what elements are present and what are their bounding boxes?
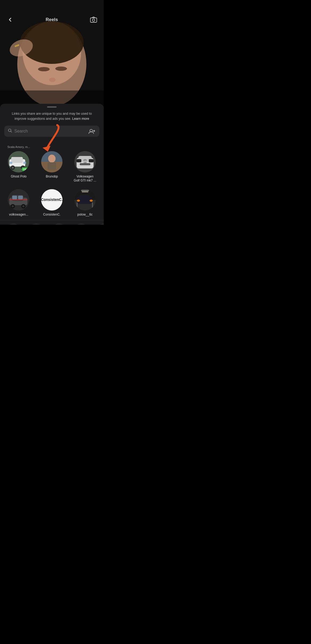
- contact-avatar-volkswagen: [8, 189, 29, 210]
- threads-icon: [96, 224, 104, 225]
- search-container: [4, 126, 99, 137]
- time-badge-ghost-polo: 13m: [21, 167, 29, 171]
- learn-more-link[interactable]: Learn more: [72, 117, 89, 121]
- share-bottom-sheet: Links you share are unique to you and ma…: [0, 104, 104, 225]
- svg-rect-56: [92, 203, 93, 210]
- svg-rect-52: [79, 195, 89, 200]
- contact-vw-gti[interactable]: GTI VolkswagenGolf GTI mk7 ...: [68, 148, 102, 187]
- contact-avatar-ghost-polo: 13m: [8, 151, 29, 172]
- share-add-to-story[interactable]: Add to story: [2, 224, 25, 225]
- svg-point-9: [49, 78, 56, 82]
- contact-avatar-vw-gti: GTI: [74, 151, 96, 172]
- back-button[interactable]: [5, 15, 15, 24]
- contact-name-brunobp: Brunobp: [46, 175, 58, 178]
- svg-rect-45: [12, 196, 17, 199]
- search-input[interactable]: [14, 129, 86, 134]
- search-icon: [8, 129, 12, 134]
- handle-bar: [47, 106, 57, 108]
- partial-name-1: Scala Amory, m...: [7, 145, 30, 148]
- share-threads[interactable]: Threa...: [93, 224, 104, 225]
- contact-brunobp[interactable]: Brunobp: [35, 148, 69, 187]
- contact-name-polow6c: polow__6c: [77, 213, 93, 216]
- partial-contacts-row: Scala Amory, m...: [0, 141, 104, 148]
- svg-rect-55: [77, 203, 78, 210]
- contact-polow6c[interactable]: polow__6c: [68, 187, 102, 220]
- search-bar: [4, 126, 99, 137]
- share-to-icon: [51, 224, 66, 225]
- sheet-handle: [0, 104, 104, 109]
- svg-point-12: [93, 19, 95, 21]
- contact-avatar-brunobp: [41, 151, 62, 172]
- svg-point-8: [55, 67, 67, 71]
- svg-rect-28: [48, 162, 56, 170]
- svg-point-41: [12, 205, 14, 207]
- svg-rect-32: [77, 159, 81, 162]
- svg-point-7: [38, 67, 50, 71]
- svg-rect-46: [18, 196, 23, 199]
- svg-rect-23: [23, 162, 26, 164]
- svg-text:GTI: GTI: [83, 160, 87, 163]
- share-share-to[interactable]: Share to...: [47, 224, 70, 225]
- contact-avatar-polow6c: [74, 189, 96, 210]
- contact-name-volkswagen: volkswagen...: [9, 213, 28, 216]
- add-contact-button[interactable]: [88, 128, 96, 134]
- contact-avatar-consistenc: ConsistenC.: [41, 189, 62, 210]
- share-whatsapp[interactable]: WhatsApp: [70, 224, 93, 225]
- contact-name-ghost-polo: Ghost Polo: [11, 175, 27, 178]
- partial-item-1: Scala Amory, m...: [2, 145, 35, 148]
- contact-consistenc[interactable]: ConsistenC. ConsistenC.: [35, 187, 69, 220]
- svg-point-19: [12, 167, 14, 169]
- svg-rect-33: [89, 159, 94, 162]
- top-navigation: Reels: [0, 0, 104, 28]
- svg-point-43: [22, 205, 24, 207]
- page-title: Reels: [46, 17, 58, 22]
- share-actions-row: Add to story Copy link Sha: [0, 220, 104, 225]
- svg-rect-44: [9, 199, 27, 200]
- info-text: Links you share are unique to you and ma…: [0, 109, 104, 126]
- svg-rect-11: [90, 18, 97, 22]
- contact-volkswagen[interactable]: volkswagen...: [2, 187, 35, 220]
- contact-name-vw-gti: VolkswagenGolf GTI mk7 ...: [74, 175, 96, 183]
- add-story-icon: [6, 224, 21, 225]
- share-copy-link[interactable]: Copy link: [25, 224, 47, 225]
- copy-link-icon: [28, 224, 44, 225]
- whatsapp-icon: [74, 224, 89, 225]
- svg-point-27: [48, 155, 56, 163]
- contacts-grid: 13m Ghost Polo Brunobp: [0, 148, 104, 220]
- svg-rect-58: [82, 191, 88, 192]
- contact-ghost-polo[interactable]: 13m Ghost Polo: [2, 148, 35, 187]
- svg-point-53: [77, 200, 80, 202]
- svg-rect-36: [80, 163, 90, 165]
- svg-rect-57: [81, 190, 89, 191]
- camera-button[interactable]: [89, 15, 98, 24]
- svg-text:ConsistenC.: ConsistenC.: [41, 197, 62, 202]
- svg-rect-22: [10, 162, 12, 164]
- svg-rect-17: [11, 157, 23, 163]
- svg-point-54: [90, 200, 93, 202]
- contact-name-consistenc: ConsistenC.: [43, 213, 60, 216]
